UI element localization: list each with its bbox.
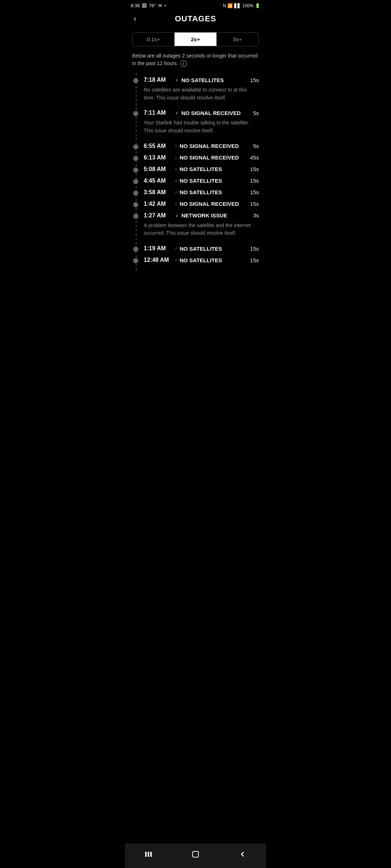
outage-header[interactable]: 3:58 AM › NO SATELLITES 15s	[144, 186, 259, 197]
timeline-dot	[133, 144, 138, 149]
timeline-dot	[133, 156, 138, 161]
tab-group: 0.1s+ 2s+ 5s+	[132, 32, 259, 46]
outage-time: 4:45 AM	[144, 178, 175, 184]
outage-time: 7:11 AM	[144, 110, 175, 116]
chevron-right-icon: ›	[175, 190, 177, 195]
outage-item: 1:27 AM ∨ NETWORK ISSUE 3s A problem bet…	[125, 209, 266, 242]
outage-duration: 15s	[250, 246, 259, 252]
timeline-dot	[133, 214, 138, 219]
outage-type: NO SATELLITES	[180, 189, 247, 195]
chevron-right-icon: ›	[175, 144, 177, 149]
info-icon[interactable]: i	[180, 60, 187, 67]
status-photo-icon: 🖼	[142, 3, 147, 8]
outage-duration: 15s	[250, 201, 259, 207]
timeline-dot	[133, 167, 138, 173]
wifi-icon: 📶	[227, 3, 233, 8]
outage-item: 6:13 AM › NO SIGNAL RECEIVED 45s	[125, 151, 266, 162]
outage-time: 12:48 AM	[144, 257, 175, 263]
timeline-dot	[133, 78, 138, 83]
svg-rect-1	[148, 852, 149, 857]
outage-item: 1:42 AM › NO SIGNAL RECEIVED 15s	[125, 197, 266, 209]
outage-item: 6:55 AM › NO SIGNAL RECEIVED 5s	[125, 139, 266, 151]
outage-time: 5:08 AM	[144, 166, 175, 173]
timeline-dot	[133, 111, 138, 116]
outage-time: 6:13 AM	[144, 154, 175, 161]
outage-header[interactable]: 4:45 AM › NO SATELLITES 15s	[144, 174, 259, 186]
timeline-dot	[133, 258, 138, 263]
outage-item: 1:19 AM › NO SATELLITES 15s	[125, 242, 266, 253]
chevron-right-icon: ›	[175, 178, 177, 183]
outage-time: 6:55 AM	[144, 143, 175, 149]
outage-detail: Your Starlink had trouble talking to the…	[144, 118, 259, 139]
status-time: 8:36	[131, 3, 140, 8]
outage-type: NO SATELLITES	[180, 257, 247, 263]
outage-list: 7:18 AM ∨ NO SATELLITES 15s No satellite…	[125, 73, 266, 272]
timeline-dot	[133, 247, 138, 252]
outage-header[interactable]: 7:18 AM ∨ NO SATELLITES 15s	[144, 73, 259, 85]
outage-duration: 3s	[253, 212, 259, 218]
page-title: OUTAGES	[175, 14, 216, 24]
outage-item: 7:18 AM ∨ NO SATELLITES 15s No satellite…	[125, 73, 266, 106]
back-nav-button[interactable]	[234, 848, 251, 862]
tab-0.1s[interactable]: 0.1s+	[133, 33, 175, 46]
svg-rect-0	[145, 852, 147, 857]
tab-5s[interactable]: 5s+	[216, 33, 258, 46]
outage-type: NO SIGNAL RECEIVED	[180, 154, 247, 161]
chevron-down-icon: ∨	[175, 110, 178, 115]
outage-header[interactable]: 1:42 AM › NO SIGNAL RECEIVED 15s	[144, 197, 259, 209]
outage-header[interactable]: 6:55 AM › NO SIGNAL RECEIVED 5s	[144, 139, 259, 151]
outage-item: 3:58 AM › NO SATELLITES 15s	[125, 186, 266, 197]
outage-duration: 15s	[250, 257, 259, 263]
home-button[interactable]	[187, 848, 204, 862]
chevron-down-icon: ∨	[175, 77, 178, 82]
svg-rect-2	[150, 852, 152, 857]
outage-item: 7:11 AM ∨ NO SIGNAL RECEIVED 5s Your Sta…	[125, 106, 266, 139]
outage-header[interactable]: 6:13 AM › NO SIGNAL RECEIVED 45s	[144, 151, 259, 162]
outage-type: NO SATELLITES	[181, 77, 247, 83]
timeline-dot	[133, 191, 138, 196]
outage-duration: 15s	[250, 166, 259, 172]
status-bar: 8:36 🖼 76° ✉ • N 📶 ▋▋ 100% 🔋	[125, 0, 266, 10]
recents-button[interactable]	[140, 848, 157, 862]
outage-duration: 5s	[253, 143, 259, 149]
chevron-right-icon: ›	[175, 155, 177, 160]
outage-type: NO SATELLITES	[180, 246, 247, 252]
back-button[interactable]: ‹	[131, 13, 139, 25]
nfc-icon: N	[223, 3, 226, 8]
tab-2s[interactable]: 2s+	[175, 33, 216, 46]
outage-header[interactable]: 1:19 AM › NO SATELLITES 15s	[144, 242, 259, 253]
outage-duration: 15s	[250, 189, 259, 195]
timeline-dot	[133, 202, 138, 207]
chevron-down-icon: ∨	[175, 213, 178, 218]
outage-time: 1:27 AM	[144, 212, 175, 219]
outage-type: NETWORK ISSUE	[181, 212, 250, 218]
outage-duration: 5s	[253, 110, 259, 116]
battery-icon: 🔋	[255, 3, 260, 8]
outage-time: 1:42 AM	[144, 201, 175, 207]
outage-item: 12:48 AM › NO SATELLITES 15s	[125, 253, 266, 265]
outage-type: NO SIGNAL RECEIVED	[181, 110, 250, 116]
signal-icon: ▋▋	[234, 3, 241, 8]
outage-duration: 45s	[250, 154, 259, 161]
status-right: N 📶 ▋▋ 100% 🔋	[223, 3, 260, 8]
outage-time: 7:18 AM	[144, 77, 175, 83]
battery-percent: 100%	[242, 3, 253, 8]
status-left: 8:36 🖼 76° ✉ •	[131, 3, 166, 8]
outage-type: NO SIGNAL RECEIVED	[180, 201, 247, 207]
outage-header[interactable]: 12:48 AM › NO SATELLITES 15s	[144, 253, 259, 265]
outage-type: NO SATELLITES	[180, 178, 247, 184]
outage-header[interactable]: 1:27 AM ∨ NETWORK ISSUE 3s	[144, 209, 259, 220]
description-text: Below are all outages 2 seconds or longe…	[125, 51, 266, 73]
bottom-nav	[125, 844, 266, 868]
outage-detail: A problem between the satellite and the …	[144, 220, 259, 242]
outage-header[interactable]: 7:11 AM ∨ NO SIGNAL RECEIVED 5s	[144, 106, 259, 118]
outage-header[interactable]: 5:08 AM › NO SATELLITES 15s	[144, 162, 259, 174]
svg-rect-3	[193, 851, 198, 857]
chevron-right-icon: ›	[175, 201, 177, 207]
status-mail-icon: ✉	[158, 3, 162, 8]
outage-item: 4:45 AM › NO SATELLITES 15s	[125, 174, 266, 186]
status-temp: 76°	[149, 3, 156, 8]
header: ‹ OUTAGES	[125, 10, 266, 26]
chevron-right-icon: ›	[175, 258, 177, 263]
outage-time: 3:58 AM	[144, 189, 175, 196]
